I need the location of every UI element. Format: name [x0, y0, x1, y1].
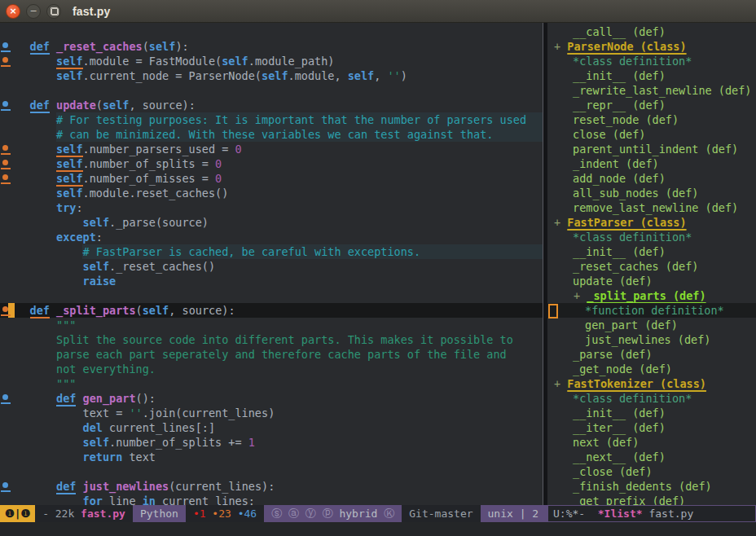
- code-line-text: self._parse(source): [3, 216, 209, 229]
- code-line[interactable]: [0, 83, 543, 98]
- outline-item[interactable]: __call__ (def): [547, 24, 756, 39]
- lighter-icons: ⓢ ⓐ ⓨ ⓟ: [271, 507, 332, 520]
- outline-item[interactable]: close (def): [547, 127, 756, 142]
- code-line[interactable]: def just_newlines(current_lines):: [0, 479, 543, 494]
- code-line[interactable]: """: [0, 376, 543, 391]
- code-line[interactable]: self.number_of_misses = 0: [0, 171, 543, 186]
- maximize-button[interactable]: [46, 4, 61, 19]
- outline-item-label: __next__ (def): [573, 450, 666, 464]
- outline-item[interactable]: add_node (def): [547, 171, 756, 186]
- outline-item[interactable]: *class definition*: [547, 391, 756, 406]
- outline-item[interactable]: *class definition*: [547, 54, 756, 68]
- outline-item[interactable]: + ParserNode (class): [547, 39, 756, 54]
- vc-branch[interactable]: Git-master: [402, 505, 480, 522]
- code-line[interactable]: except:: [0, 230, 543, 244]
- outline-item[interactable]: __next__ (def): [547, 450, 756, 464]
- outline-item[interactable]: _get_node (def): [547, 362, 756, 376]
- code-line[interactable]: self._parse(source): [0, 215, 543, 230]
- code-line[interactable]: for line in current_lines:: [0, 494, 543, 505]
- outline-item[interactable]: reset_node (def): [547, 112, 756, 127]
- outline-item[interactable]: _rewrite_last_newline (def): [547, 83, 756, 98]
- outline-item[interactable]: + _split_parts (def): [547, 288, 756, 303]
- outline-item[interactable]: *class definition*: [547, 230, 756, 244]
- code-line[interactable]: raise: [0, 274, 543, 288]
- outline-item[interactable]: _get_prefix (def): [547, 494, 756, 505]
- close-button[interactable]: ×: [6, 4, 20, 19]
- expand-icon[interactable]: +: [554, 216, 567, 229]
- outline-item[interactable]: __init__ (def): [547, 68, 756, 83]
- code-line[interactable]: def update(self, source):: [0, 98, 543, 112]
- echo-area[interactable]: [0, 522, 756, 536]
- code-line[interactable]: # can be minimized. With these variables…: [0, 127, 543, 142]
- outline-item[interactable]: parent_until_indent (def): [547, 142, 756, 156]
- outline-item[interactable]: __iter__ (def): [547, 420, 756, 435]
- code-line[interactable]: def _reset_caches(self):: [0, 39, 543, 54]
- code-line[interactable]: self.number_parsers_used = 0: [0, 142, 543, 156]
- code-line[interactable]: # For testing purposes: It is important …: [0, 112, 543, 127]
- outline-item-label: __iter__ (def): [573, 421, 666, 434]
- code-line[interactable]: parse each part seperately and therefore…: [0, 347, 543, 362]
- code-line[interactable]: self.number_of_splits += 1: [0, 435, 543, 450]
- outline-item[interactable]: gen_part (def): [547, 318, 756, 332]
- fringe-marker-orange-icon: [2, 57, 8, 63]
- code-line[interactable]: def gen_part():: [0, 391, 543, 406]
- code-line-text: def _reset_caches(self):: [3, 40, 189, 53]
- code-line[interactable]: return text: [0, 450, 543, 464]
- outline-item-label: __repr__ (def): [573, 99, 666, 112]
- outline-item[interactable]: __repr__ (def): [547, 98, 756, 112]
- outline-item-label: *class definition*: [573, 392, 692, 405]
- outline-item-label: gen_part (def): [585, 319, 678, 332]
- outline-item[interactable]: _parse (def): [547, 347, 756, 362]
- code-line[interactable]: self.module = FastModule(self.module_pat…: [0, 54, 543, 68]
- code-buffer[interactable]: def _reset_caches(self): self.module = F…: [0, 23, 543, 505]
- major-mode-indicator[interactable]: Python: [133, 505, 186, 522]
- outline-item-label: _finish_dedents (def): [573, 480, 712, 493]
- outline-item-label: *function definition*: [585, 304, 724, 317]
- code-line[interactable]: self._reset_caches(): [0, 259, 543, 274]
- outline-item[interactable]: _finish_dedents (def): [547, 479, 756, 494]
- code-line[interactable]: """: [0, 318, 543, 332]
- minimize-icon: −: [29, 7, 37, 15]
- code-line[interactable]: [0, 24, 543, 39]
- outline-item[interactable]: *function definition*: [547, 303, 756, 318]
- code-line[interactable]: [0, 288, 543, 303]
- expand-icon[interactable]: +: [554, 377, 567, 390]
- outline-item[interactable]: + FastParser (class): [547, 215, 756, 230]
- code-line[interactable]: del current_lines[:]: [0, 420, 543, 435]
- ilist-file-name: fast.py: [648, 507, 693, 520]
- minimize-button[interactable]: −: [26, 4, 41, 19]
- outline-item[interactable]: just_newlines (def): [547, 332, 756, 347]
- outline-item[interactable]: _close (def): [547, 464, 756, 479]
- code-line-text: def just_newlines(current_lines):: [3, 480, 275, 493]
- outline-item[interactable]: all_sub_nodes (def): [547, 186, 756, 200]
- code-line[interactable]: self.current_node = ParserNode(self.modu…: [0, 68, 543, 83]
- imenu-list-panel[interactable]: __call__ (def)+ ParserNode (class)*class…: [547, 23, 756, 505]
- code-line[interactable]: try:: [0, 200, 543, 215]
- code-line[interactable]: def _split_parts(self, source):: [0, 303, 543, 318]
- outline-item[interactable]: + FastTokenizer (class): [547, 376, 756, 391]
- code-line[interactable]: Split the source code into different par…: [0, 332, 543, 347]
- outline-item[interactable]: __init__ (def): [547, 244, 756, 259]
- outline-item[interactable]: _reset_caches (def): [547, 259, 756, 274]
- buffer-info[interactable]: - 22k fast.py: [35, 505, 133, 522]
- code-line[interactable]: not everything.: [0, 362, 543, 376]
- outline-item[interactable]: __init__ (def): [547, 406, 756, 420]
- code-line-text: raise: [3, 275, 116, 288]
- outline-item[interactable]: _indent (def): [547, 156, 756, 171]
- code-line[interactable]: # FastParser is cached, be careful with …: [0, 244, 543, 259]
- fringe-marker-blue-icon: [2, 482, 8, 488]
- outline-item-label: parent_until_indent (def): [573, 143, 738, 156]
- outline-item[interactable]: remove_last_newline (def): [547, 200, 756, 215]
- outline-item[interactable]: next (def): [547, 435, 756, 450]
- outline-item-label: _get_prefix (def): [573, 494, 685, 505]
- code-line[interactable]: text = ''.join(current_lines): [0, 406, 543, 420]
- expand-icon[interactable]: +: [554, 40, 567, 53]
- flycheck-counts[interactable]: •1 •23 •46: [186, 505, 264, 522]
- code-line[interactable]: self.module.reset_caches(): [0, 186, 543, 200]
- outline-item[interactable]: update (def): [547, 274, 756, 288]
- minor-mode-lighters[interactable]: ⓢ ⓐ ⓨ ⓟ hybrid Ⓚ: [264, 505, 402, 522]
- code-line[interactable]: [0, 464, 543, 479]
- code-line-text: self.number_parsers_used = 0: [3, 143, 242, 156]
- expand-icon[interactable]: +: [574, 289, 587, 302]
- code-line[interactable]: self.number_of_splits = 0: [0, 156, 543, 171]
